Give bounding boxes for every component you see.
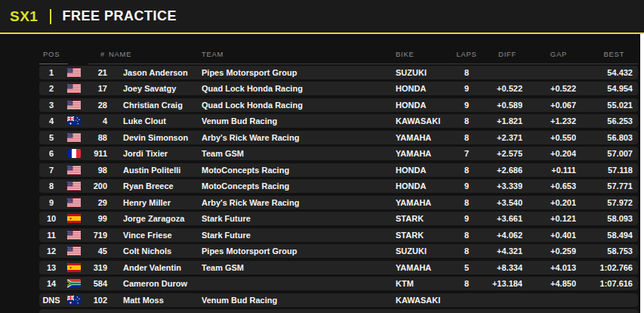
bike-cell: YAMAHA [396,133,453,142]
flag-icon-au [63,296,85,305]
diff-cell: +2.686 [480,166,522,175]
column-header-pos: POS [39,50,63,58]
rider-name-cell: Jason Anderson [109,68,202,77]
rider-number-cell: 584 [85,279,109,288]
rider-name-cell: Joey Savatgy [109,84,202,93]
position-cell: 10 [39,214,63,223]
rider-name-cell: Austin Politelli [109,166,202,175]
column-header-best: BEST [576,50,638,58]
bike-cell: KAWASAKI [396,116,453,126]
position-cell: 13 [39,263,63,272]
rider-name-cell: Colt Nichols [109,246,202,256]
series-label: SX1 [10,8,38,25]
bike-cell: HONDA [396,181,453,191]
bike-cell: KTM [396,279,453,288]
team-cell: Venum Bud Racing [202,296,396,305]
bike-cell: HONDA [396,101,453,110]
best-cell: 54.432 [576,68,638,77]
flag-icon-us [63,166,85,175]
table-row: 10 99 Jorge Zaragoza Stark Future STARK … [39,212,638,225]
rider-number-cell: 911 [85,149,109,158]
rider-name-cell: Ryan Breece [109,181,202,191]
rider-name-cell: Devin Simonson [109,133,202,142]
table-row: 1 21 Jason Anderson Pipes Motorsport Gro… [39,66,638,79]
table-row: 6 911 Jordi Tixier Team GSM YAMAHA 7 +2.… [39,147,638,160]
right-edge-strip [640,34,644,313]
gap-cell: +4.013 [522,263,576,272]
flag-icon-us [63,133,85,142]
separator-bar [50,9,51,24]
best-cell: 58.093 [576,214,638,223]
flag-icon-au [63,116,85,126]
position-cell: 4 [39,116,63,126]
flag-icon-us [63,198,85,207]
laps-cell: 7 [453,149,480,158]
rider-name-cell: Jordi Tixier [109,149,202,158]
rider-name-cell: Matt Moss [109,296,202,305]
position-cell: 14 [39,279,63,288]
team-cell: Stark Future [202,214,396,223]
team-cell: Team GSM [202,149,396,158]
table-row: 12 45 Colt Nichols Pipes Motorsport Grou… [39,244,638,258]
table-row: 14 584 Cameron Durow KTM 8 +13.184 +4.85… [39,277,638,290]
bike-cell: SUZUKI [396,246,453,256]
rider-name-cell: Cameron Durow [109,279,202,288]
best-cell: 54.954 [576,84,638,93]
partial-next-row [39,309,638,313]
best-cell: 57.007 [576,149,638,158]
team-cell: Venum Bud Racing [202,116,396,126]
bike-cell: HONDA [396,84,453,93]
table-row: DNS 102 Matt Moss Venum Bud Racing KAWAS… [39,293,638,307]
team-cell: Team GSM [202,263,396,272]
column-header-name: NAME [109,50,202,58]
position-cell: 9 [39,198,63,207]
best-cell: 58.753 [576,246,638,256]
laps-cell: 8 [453,279,480,288]
rider-number-cell: 28 [85,101,109,110]
laps-cell: 8 [453,68,480,77]
gap-cell: +0.401 [522,231,576,240]
gap-cell: +1.232 [522,116,576,126]
best-cell: 1:07.616 [576,279,638,288]
gap-cell: +0.111 [522,166,576,175]
laps-cell: 8 [453,116,480,126]
bike-cell: YAMAHA [396,263,453,272]
table-row: 4 4 Luke Clout Venum Bud Racing KAWASAKI… [39,114,638,128]
laps-cell: 9 [453,101,480,110]
diff-cell: +4.062 [480,231,522,240]
header-underline-main [88,64,638,64]
bike-cell: YAMAHA [396,149,453,158]
rider-number-cell: 21 [85,68,109,77]
rider-name-cell: Luke Clout [109,116,202,126]
team-cell: Quad Lock Honda Racing [202,84,396,93]
table-row: 7 98 Austin Politelli MotoConcepts Racin… [39,163,638,177]
flag-icon-es [63,214,85,223]
bike-cell: SUZUKI [396,68,453,77]
rider-number-cell: 98 [85,166,109,175]
gap-cell: +0.653 [522,181,576,191]
best-cell: 57.118 [576,166,638,175]
gap-cell: +0.259 [522,246,576,256]
flag-icon-us [63,101,85,110]
laps-cell: 9 [453,84,480,93]
rider-number-cell: 4 [85,116,109,126]
session-title: FREE PRACTICE [62,8,177,24]
best-cell: 1:02.766 [576,263,638,272]
team-cell: Pipes Motorsport Group [202,68,396,77]
table-body: 1 21 Jason Anderson Pipes Motorsport Gro… [39,66,638,307]
diff-cell: +8.334 [480,263,522,272]
rider-number-cell: 200 [85,181,109,191]
rider-number-cell: 102 [85,296,109,305]
best-cell: 58.494 [576,231,638,240]
results-panel: POS # NAME TEAM BIKE LAPS DIFF GAP BEST … [0,34,644,313]
laps-cell: 8 [453,231,480,240]
gap-cell: +0.204 [522,149,576,158]
table-row: 2 17 Joey Savatgy Quad Lock Honda Racing… [39,82,638,95]
column-header-team: TEAM [202,50,396,58]
table-header: POS # NAME TEAM BIKE LAPS DIFF GAP BEST [39,44,638,64]
column-header-bike: BIKE [396,50,453,58]
position-cell: 12 [39,246,63,256]
flag-icon-us [63,68,85,77]
team-cell: Stark Future [202,231,396,240]
flag-icon-fr [63,149,85,158]
